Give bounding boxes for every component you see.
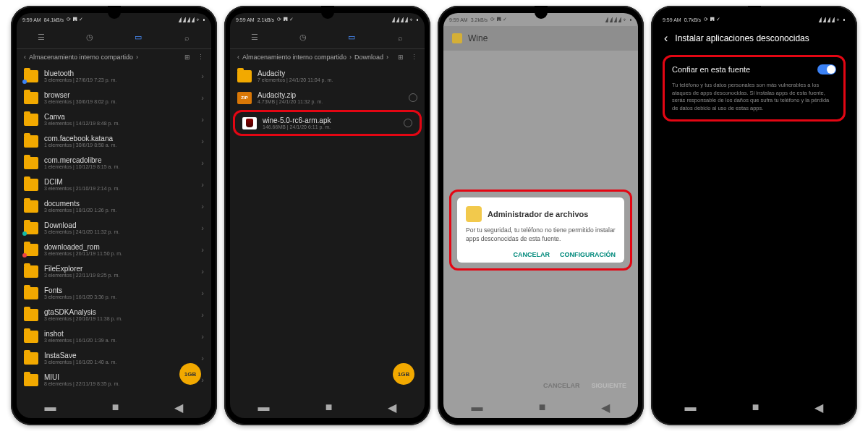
item-meta: 3 elementos | 14/12/19 8:48 p. m. xyxy=(44,121,195,126)
chevron-right-icon: › xyxy=(201,224,204,232)
item-name: downloaded_rom xyxy=(44,243,195,251)
item-meta: 8 elementos | 22/11/19 8:35 p. m. xyxy=(44,381,195,386)
nav-back[interactable]: ◀ xyxy=(601,401,610,414)
nav-home[interactable]: ■ xyxy=(752,401,760,414)
list-item[interactable]: inshot3 elementos | 16/1/20 1:39 a. m.› xyxy=(17,326,211,347)
tab-folder[interactable]: ▭ xyxy=(328,33,376,42)
breadcrumb-root: Almacenamiento interno compartido xyxy=(242,54,346,61)
list-item[interactable]: Download3 elementos | 24/1/20 11:32 p. m… xyxy=(17,217,211,239)
item-meta: 3 elementos | 27/6/19 7:23 p. m. xyxy=(44,77,195,82)
nav-bar: ▬ ■ ◀ xyxy=(17,396,211,418)
status-right: ◢ ◢ ◢ ◢ ᯤ ▮ xyxy=(179,17,205,22)
nav-back[interactable]: ◀ xyxy=(388,401,396,414)
trust-section-highlight: Confiar en esta fuente Tu teléfono y tus… xyxy=(663,55,846,122)
grid-icon[interactable]: ⊞ xyxy=(398,54,404,61)
chevron-right-icon: › xyxy=(201,289,204,297)
cancel-button[interactable]: CANCELAR xyxy=(514,251,550,258)
item-meta: 1 elementos | 10/12/19 8:15 a. m. xyxy=(44,164,195,169)
nav-back[interactable]: ◀ xyxy=(814,401,823,414)
chevron-right-icon: › xyxy=(201,115,204,124)
trust-toggle[interactable] xyxy=(817,64,836,75)
list-item[interactable]: Canva3 elementos | 14/12/19 8:48 p. m.› xyxy=(17,109,211,130)
list-item[interactable]: wine-5.0-rc6-arm.apk146.66MB | 24/1/20 6… xyxy=(233,110,422,136)
tab-menu[interactable]: ☰ xyxy=(230,33,278,42)
chevron-right-icon: › xyxy=(201,310,204,319)
grid-icon[interactable]: ⊞ xyxy=(184,54,190,61)
list-item[interactable]: bluetooth3 elementos | 27/6/19 7:23 p. m… xyxy=(17,65,211,87)
radio-select[interactable] xyxy=(404,119,412,127)
nav-bar: ▬ ■ ◀ xyxy=(230,396,425,418)
chevron-right-icon: › xyxy=(136,54,138,61)
file-list: Audacity7 elementos | 24/1/20 11:04 p. m… xyxy=(230,65,425,396)
nav-recent[interactable]: ▬ xyxy=(45,401,56,414)
tab-search[interactable]: ⌕ xyxy=(163,33,211,42)
more-icon[interactable]: ⋮ xyxy=(411,54,417,61)
folder-icon xyxy=(24,114,38,126)
list-item[interactable]: com.facebook.katana1 elementos | 30/6/19… xyxy=(17,130,211,152)
chevron-right-icon: › xyxy=(201,332,204,341)
status-time: 9:59 AM xyxy=(236,17,255,22)
nav-back[interactable]: ◀ xyxy=(174,401,183,414)
trust-row[interactable]: Confiar en esta fuente xyxy=(672,64,836,75)
nav-home[interactable]: ■ xyxy=(326,401,333,414)
breadcrumb[interactable]: ‹ Almacenamiento interno compartido › Do… xyxy=(230,49,425,65)
breadcrumb-back[interactable]: ‹ xyxy=(24,54,26,61)
tab-recent[interactable]: ◷ xyxy=(278,33,327,42)
item-meta: 3 elementos | 24/1/20 11:32 p. m. xyxy=(44,229,195,234)
item-name: com.mercadolibre xyxy=(44,156,195,164)
more-icon[interactable]: ⋮ xyxy=(197,54,204,61)
folder-icon xyxy=(24,70,38,82)
chevron-right-icon: › xyxy=(349,54,352,61)
folder-icon xyxy=(24,157,38,169)
list-item[interactable]: gtaSDKAnalysis3 elementos | 20/10/19 11:… xyxy=(17,304,211,326)
status-net: 3.2kB/s xyxy=(471,17,488,22)
folder-icon xyxy=(24,352,38,365)
item-name: wine-5.0-rc6-arm.apk xyxy=(263,116,398,124)
folder-icon xyxy=(24,92,38,104)
back-icon[interactable]: ‹ xyxy=(664,32,668,45)
list-item[interactable]: ZIPAudacity.zip4.73MB | 24/1/20 11:32 p.… xyxy=(230,87,425,109)
tab-search[interactable]: ⌕ xyxy=(376,33,425,42)
tab-folder[interactable]: ▭ xyxy=(114,33,163,42)
list-item[interactable]: FileExplorer3 elementos | 22/11/19 8:25 … xyxy=(17,260,211,282)
breadcrumb-download: Download xyxy=(354,54,383,61)
list-item[interactable]: documents3 elementos | 18/1/20 1:26 p. m… xyxy=(17,195,211,217)
folder-icon xyxy=(24,374,38,386)
storage-fab[interactable]: 1GB xyxy=(393,363,414,385)
nav-recent[interactable]: ▬ xyxy=(472,401,483,414)
radio-select[interactable] xyxy=(409,93,417,102)
list-item[interactable]: Fonts3 elementos | 16/1/20 3:36 p. m.› xyxy=(17,282,211,304)
nav-home[interactable]: ■ xyxy=(112,401,119,414)
tab-recent[interactable]: ◷ xyxy=(65,33,114,42)
chevron-right-icon: › xyxy=(201,93,204,102)
nav-bar: ▬ ■ ◀ xyxy=(443,396,638,418)
item-meta: 146.66MB | 24/1/20 6:11 p. m. xyxy=(263,124,398,129)
chevron-right-icon: › xyxy=(201,375,204,384)
item-meta: 1 elementos | 30/6/19 8:58 a. m. xyxy=(44,142,195,148)
footer-next: SIGUIENTE xyxy=(591,382,626,389)
footer-cancel[interactable]: CANCELAR xyxy=(543,382,580,389)
config-button[interactable]: CONFIGURACIÓN xyxy=(560,251,616,258)
item-meta: 3 elementos | 20/10/19 11:38 p. m. xyxy=(44,316,195,321)
install-footer: CANCELAR SIGUIENTE xyxy=(543,382,626,389)
list-item[interactable]: com.mercadolibre1 elementos | 10/12/19 8… xyxy=(17,152,211,174)
list-item[interactable]: downloaded_rom3 elementos | 26/11/19 11:… xyxy=(17,239,211,260)
trust-label: Confiar en esta fuente xyxy=(672,65,750,74)
list-item[interactable]: Audacity7 elementos | 24/1/20 11:04 p. m… xyxy=(230,65,425,87)
list-item[interactable]: browser3 elementos | 30/6/19 8:02 p. m.› xyxy=(17,87,211,109)
zip-icon: ZIP xyxy=(237,92,252,104)
notch xyxy=(108,6,121,19)
breadcrumb-back[interactable]: ‹ xyxy=(237,54,239,61)
item-name: FileExplorer xyxy=(44,265,195,273)
phone-3: 9:59 AM3.2kB/s⟳ 🖪 ✓ ◢ ◢ ◢ ◢ ᯤ ▮ Wine Adm… xyxy=(438,6,644,425)
nav-recent[interactable]: ▬ xyxy=(685,401,697,414)
status-right: ◢ ◢ ◢ ◢ ᯤ ▮ xyxy=(605,17,632,22)
item-meta: 3 elementos | 18/1/20 1:26 p. m. xyxy=(44,208,195,213)
storage-fab[interactable]: 1GB xyxy=(179,363,201,385)
tab-menu[interactable]: ☰ xyxy=(17,33,65,42)
nav-home[interactable]: ■ xyxy=(539,401,546,414)
breadcrumb[interactable]: ‹ Almacenamiento interno compartido › ⊞⋮ xyxy=(17,49,211,65)
nav-recent[interactable]: ▬ xyxy=(258,401,270,414)
list-item[interactable]: DCIM3 elementos | 21/10/19 2:14 p. m.› xyxy=(17,174,211,195)
folder-icon xyxy=(24,179,38,191)
